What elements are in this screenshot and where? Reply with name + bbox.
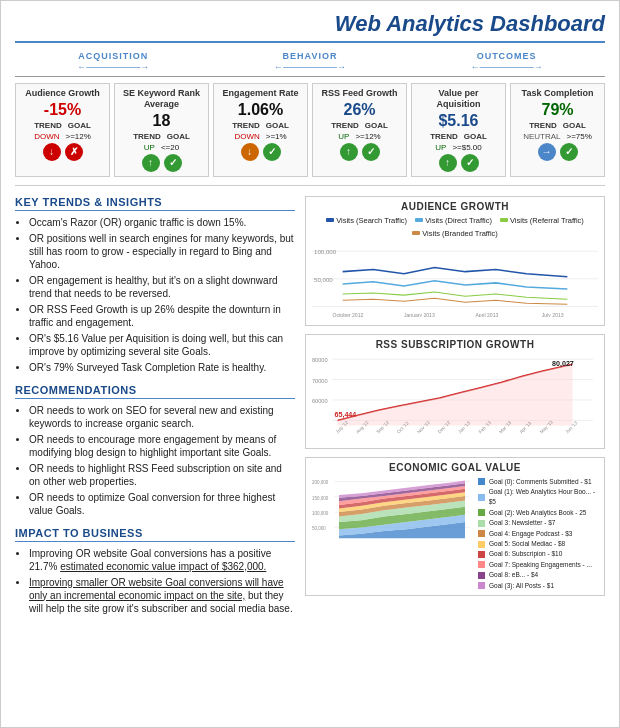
kpi-1-goal-icon: ✓ (164, 154, 182, 172)
kpi-audience-growth: Audience Growth -15% TREND GOAL DOWN >=1… (15, 83, 110, 177)
left-column: KEY TRENDS & INSIGHTS Occam's Razor (OR)… (15, 196, 295, 625)
economic-goal-chart: ECONOMIC GOAL VALUE 200,000 150,000 100,… (305, 457, 605, 596)
list-item: Improving smaller OR website Goal conver… (29, 576, 295, 615)
economic-legend: Goal (0): Comments Submitted - $1 Goal (… (478, 477, 598, 591)
kpi-4-trend-icon: ↑ (439, 154, 457, 172)
rss-chart-area: 80000 70000 60000 65,444 80,027 July '12 (312, 354, 598, 444)
svg-text:50,000: 50,000 (312, 526, 326, 531)
legend-direct-dot (415, 218, 423, 222)
kpi-task-completion: Task Completion 79% TREND GOAL NEUTRAL >… (510, 83, 605, 177)
svg-text:100,000: 100,000 (314, 248, 337, 255)
list-item: Improving OR website Goal conversions ha… (29, 547, 295, 573)
legend-referral-label: Visits (Referral Traffic) (510, 216, 584, 225)
kpi-5-goal-icon: ✓ (560, 143, 578, 161)
audience-legend: Visits (Search Traffic) Visits (Direct T… (312, 216, 598, 238)
list-item: OR needs to encourage more engagement by… (29, 433, 295, 459)
list-item: OR's $5.16 Value per Aquisition is doing… (29, 332, 295, 358)
rss-subscription-chart: RSS SUBSCRIPTION GROWTH 80000 70000 6000… (305, 334, 605, 449)
kpi-2-goal-icon: ✓ (263, 143, 281, 161)
list-item: OR RSS Feed Growth is up 26% despite the… (29, 303, 295, 329)
economic-svg: 200,000 150,000 100,000 50,000 (312, 477, 474, 549)
audience-svg: 100,000 50,000 October 2012 January 2013 (312, 241, 598, 318)
list-item: OR engagement is healthy, but it's on a … (29, 274, 295, 300)
audience-growth-chart: AUDIENCE GROWTH Visits (Search Traffic) … (305, 196, 605, 326)
svg-text:50,000: 50,000 (314, 275, 333, 282)
list-item: OR needs to optimize Goal conversion for… (29, 491, 295, 517)
right-column: AUDIENCE GROWTH Visits (Search Traffic) … (305, 196, 605, 625)
impact-list: Improving OR website Goal conversions ha… (15, 547, 295, 615)
list-item: OR needs to work on SEO for several new … (29, 404, 295, 430)
kpi-row: Audience Growth -15% TREND GOAL DOWN >=1… (15, 83, 605, 186)
kpi-rss-feed: RSS Feed Growth 26% TREND GOAL UP >=12% … (312, 83, 407, 177)
svg-text:100,000: 100,000 (312, 510, 329, 515)
list-item: OR's 79% Surveyed Task Completion Rate i… (29, 361, 295, 374)
svg-text:January 2013: January 2013 (404, 311, 435, 317)
category-outcomes: OUTCOMES ←——————→ (471, 51, 543, 72)
list-item: OR needs to highlight RSS Feed subscript… (29, 462, 295, 488)
impact-heading: IMPACT TO BUSINESS (15, 527, 295, 542)
page-container: Web Analytics Dashboard ACQUISITION ←———… (1, 1, 619, 635)
svg-text:60000: 60000 (312, 398, 328, 404)
page-title: Web Analytics Dashboard (15, 11, 605, 37)
kpi-3-goal-icon: ✓ (362, 143, 380, 161)
svg-text:April 2013: April 2013 (475, 311, 498, 317)
category-acquisition: ACQUISITION ←——————→ (77, 51, 149, 72)
legend-search-label: Visits (Search Traffic) (336, 216, 407, 225)
svg-text:July 2013: July 2013 (542, 311, 564, 317)
kpi-3-trend-icon: ↑ (340, 143, 358, 161)
kpi-1-trend-icon: ↑ (142, 154, 160, 172)
svg-text:80000: 80000 (312, 357, 328, 363)
header: Web Analytics Dashboard (15, 11, 605, 43)
legend-branded-label: Visits (Branded Traffic) (422, 229, 498, 238)
kpi-se-keyword: SE Keyword Rank Average 18 TREND GOAL UP… (114, 83, 209, 177)
legend-direct-label: Visits (Direct Traffic) (425, 216, 492, 225)
key-trends-list: Occam's Razor (OR) organic traffic is do… (15, 216, 295, 374)
main-content: KEY TRENDS & INSIGHTS Occam's Razor (OR)… (15, 196, 605, 625)
legend-branded-dot (412, 231, 420, 235)
economic-chart-area: 200,000 150,000 100,000 50,000 (312, 477, 474, 557)
legend-referral-dot (500, 218, 508, 222)
svg-marker-16 (338, 364, 573, 425)
recommendations-list: OR needs to work on SEO for several new … (15, 404, 295, 517)
list-item: Occam's Razor (OR) organic traffic is do… (29, 216, 295, 229)
svg-text:65,444: 65,444 (334, 411, 356, 419)
kpi-0-goal-icon: ✗ (65, 143, 83, 161)
rss-svg: 80000 70000 60000 65,444 80,027 July '12 (312, 354, 598, 441)
svg-text:150,000: 150,000 (312, 495, 329, 500)
kpi-0-trend-icon: ↓ (43, 143, 61, 161)
kpi-2-trend-icon: ↓ (241, 143, 259, 161)
legend-search-dot (326, 218, 334, 222)
svg-text:70000: 70000 (312, 377, 328, 383)
recommendations-heading: RECOMMENDATIONS (15, 384, 295, 399)
kpi-value-acq: Value per Aquisition $5.16 TREND GOAL UP… (411, 83, 506, 177)
category-bar: ACQUISITION ←——————→ BEHAVIOR ←——————→ O… (15, 51, 605, 77)
svg-text:200,000: 200,000 (312, 480, 329, 485)
list-item: OR positions well in search engines for … (29, 232, 295, 271)
category-behavior: BEHAVIOR ←——————→ (274, 51, 346, 72)
svg-text:80,027: 80,027 (552, 360, 574, 368)
kpi-engagement: Engagement Rate 1.06% TREND GOAL DOWN >=… (213, 83, 308, 177)
kpi-5-trend-icon: → (538, 143, 556, 161)
audience-chart-area: 100,000 50,000 October 2012 January 2013 (312, 241, 598, 321)
key-trends-heading: KEY TRENDS & INSIGHTS (15, 196, 295, 211)
kpi-4-goal-icon: ✓ (461, 154, 479, 172)
svg-text:October 2012: October 2012 (332, 311, 363, 317)
